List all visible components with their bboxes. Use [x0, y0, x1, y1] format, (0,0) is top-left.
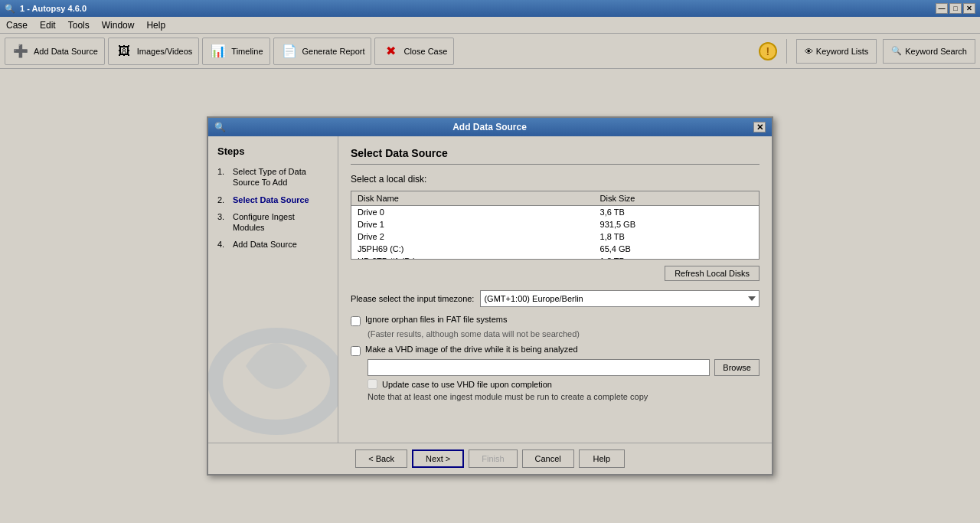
generate-report-icon: 📄	[280, 42, 299, 60]
disk-table-container[interactable]: Disk Name Disk Size Drive 0 3,6 TB Drive…	[351, 191, 760, 260]
add-data-source-icon: ➕	[11, 42, 30, 60]
step-2-num: 2.	[217, 194, 233, 205]
generate-report-label: Generate Report	[302, 47, 365, 56]
title-bar-controls: — □ ✕	[936, 3, 975, 14]
steps-panel: Steps 1. Select Type of Data Source To A…	[208, 136, 338, 443]
menu-help[interactable]: Help	[140, 18, 172, 32]
panel-title: Select Data Source	[351, 147, 760, 165]
close-case-button[interactable]: ✖ Close Case	[374, 38, 454, 65]
disk-size-4: 1,8 TB	[594, 255, 759, 260]
update-case-label: Update case to use VHD file upon complet…	[382, 380, 552, 389]
app-icon: 🔍	[5, 4, 15, 14]
update-case-row: Update case to use VHD file upon complet…	[368, 379, 760, 389]
menu-bar: Case Edit Tools Window Help	[0, 17, 980, 34]
dialog-footer: < Back Next > Finish Cancel Help	[208, 443, 772, 474]
ignore-orphan-label: Ignore orphan files in FAT file systems	[365, 315, 507, 324]
step-3-num: 3.	[217, 211, 233, 234]
step-3: 3. Configure Ingest Modules	[217, 211, 328, 234]
panel-subtitle: Select a local disk:	[351, 174, 760, 185]
steps-title: Steps	[217, 145, 328, 157]
generate-report-button[interactable]: 📄 Generate Report	[273, 38, 372, 65]
timeline-icon: 📊	[209, 42, 227, 60]
vhd-browse-button[interactable]: Browse	[714, 359, 760, 376]
help-button[interactable]: Help	[579, 449, 625, 468]
disk-name-4: HD 2TB #1 (D:)	[351, 255, 594, 260]
title-bar-left: 🔍 1 - Autopsy 4.6.0	[5, 4, 87, 14]
add-data-source-button[interactable]: ➕ Add Data Source	[5, 38, 105, 65]
vhd-row: Make a VHD image of the drive while it i…	[351, 345, 760, 356]
window-title: 1 - Autopsy 4.6.0	[20, 4, 87, 13]
timeline-button[interactable]: 📊 Timeline	[202, 38, 270, 65]
disk-size-2: 1,8 TB	[594, 230, 759, 243]
dialog-close-button[interactable]: ✕	[753, 122, 766, 132]
ignore-orphan-sublabel: (Faster results, although some data will…	[368, 329, 760, 338]
dialog-title-text: Add Data Source	[452, 122, 527, 132]
back-button[interactable]: < Back	[355, 449, 407, 468]
vhd-label: Make a VHD image of the drive while it i…	[365, 345, 578, 354]
disk-name-3: J5PH69 (C:)	[351, 243, 594, 255]
add-data-source-label: Add Data Source	[34, 47, 98, 56]
vhd-input-row: Browse	[368, 359, 760, 376]
vhd-checkbox[interactable]	[351, 346, 361, 356]
toolbar: ➕ Add Data Source 🖼 Images/Videos 📊 Time…	[0, 34, 980, 69]
close-case-icon: ✖	[381, 42, 400, 60]
menu-case[interactable]: Case	[0, 18, 34, 32]
disk-size-3: 65,4 GB	[594, 243, 759, 255]
menu-window[interactable]: Window	[96, 18, 141, 32]
toolbar-separator	[786, 39, 787, 64]
step-4-label: Add Data Source	[233, 239, 297, 250]
ignore-orphan-row: Ignore orphan files in FAT file systems	[351, 315, 760, 326]
timezone-row: Please select the input timezone: (GMT+1…	[351, 290, 760, 307]
menu-edit[interactable]: Edit	[34, 18, 62, 32]
maximize-button[interactable]: □	[949, 3, 962, 14]
steps-watermark	[208, 305, 338, 443]
ignore-orphan-checkbox[interactable]	[351, 316, 361, 326]
close-window-button[interactable]: ✕	[963, 3, 975, 14]
step-4: 4. Add Data Source	[217, 239, 328, 250]
step-3-label: Configure Ingest Modules	[233, 211, 328, 234]
cancel-button[interactable]: Cancel	[522, 449, 574, 468]
table-row[interactable]: Drive 1 931,5 GB	[351, 218, 759, 230]
keyword-search-button[interactable]: 🔍 Keyword Search	[883, 39, 975, 64]
table-row[interactable]: HD 2TB #1 (D:) 1,8 TB	[351, 255, 759, 260]
timezone-select[interactable]: (GMT+1:00) Europe/Berlin (GMT+0:00) UTC …	[480, 290, 760, 307]
vhd-path-input[interactable]	[368, 359, 710, 376]
warning-icon: !	[759, 42, 777, 60]
images-videos-icon: 🖼	[115, 42, 133, 60]
refresh-local-disks-button[interactable]: Refresh Local Disks	[665, 266, 760, 281]
col-disk-name: Disk Name	[351, 191, 594, 206]
timezone-label: Please select the input timezone:	[351, 294, 474, 303]
step-1-label: Select Type of Data Source To Add	[233, 166, 328, 188]
table-row[interactable]: Drive 2 1,8 TB	[351, 230, 759, 243]
step-2: 2. Select Data Source	[217, 194, 328, 205]
add-data-source-dialog: 🔍 Add Data Source ✕ Steps 1. Select Type…	[207, 116, 773, 476]
next-button[interactable]: Next >	[412, 449, 464, 468]
disk-name-0: Drive 0	[351, 206, 594, 219]
images-videos-button[interactable]: 🖼 Images/Videos	[108, 38, 200, 65]
keyword-lists-button[interactable]: 👁 Keyword Lists	[796, 39, 877, 64]
minimize-button[interactable]: —	[936, 3, 948, 14]
title-bar: 🔍 1 - Autopsy 4.6.0 — □ ✕	[0, 0, 980, 17]
table-row[interactable]: Drive 0 3,6 TB	[351, 206, 759, 219]
dialog-title-bar: 🔍 Add Data Source ✕	[208, 118, 772, 136]
step-1-num: 1.	[217, 166, 233, 188]
toolbar-right: ! 👁 Keyword Lists 🔍 Keyword Search	[759, 39, 975, 64]
timeline-label: Timeline	[231, 47, 263, 56]
search-icon: 🔍	[891, 46, 902, 56]
disk-size-0: 3,6 TB	[594, 206, 759, 219]
eye-icon: 👁	[805, 47, 813, 56]
images-videos-label: Images/Videos	[137, 47, 193, 56]
step-2-label: Select Data Source	[233, 194, 309, 205]
disk-name-1: Drive 1	[351, 218, 594, 230]
main-content: 🔍 Add Data Source ✕ Steps 1. Select Type…	[0, 69, 980, 523]
table-row[interactable]: J5PH69 (C:) 65,4 GB	[351, 243, 759, 255]
keyword-search-label: Keyword Search	[905, 47, 967, 56]
update-case-checkbox[interactable]	[368, 379, 377, 389]
finish-button[interactable]: Finish	[469, 449, 517, 468]
dialog-body: Steps 1. Select Type of Data Source To A…	[208, 136, 772, 443]
menu-tools[interactable]: Tools	[62, 18, 96, 32]
keyword-lists-label: Keyword Lists	[816, 47, 868, 56]
disk-table: Disk Name Disk Size Drive 0 3,6 TB Drive…	[351, 191, 759, 260]
note-text: Note that at least one ingest module mus…	[368, 392, 760, 401]
step-1: 1. Select Type of Data Source To Add	[217, 166, 328, 188]
